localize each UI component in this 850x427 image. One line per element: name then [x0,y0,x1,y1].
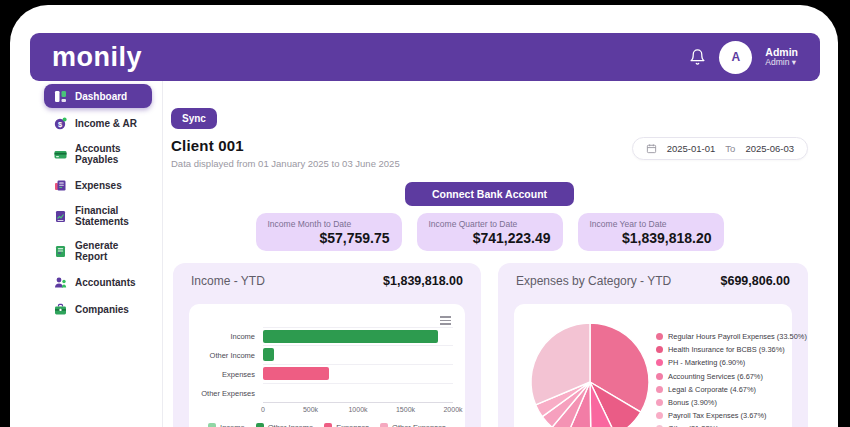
expenses-icon [53,178,67,192]
admin-menu[interactable]: Admin Admin ▾ [765,46,798,68]
legend-dot [656,373,663,380]
bar [263,348,274,361]
top-navigation-bar: monily A Admin Admin ▾ [30,33,820,81]
expenses-by-category-card: Expenses by Category - YTD $699,806.00 R… [498,263,808,427]
sidebar-item-dashboard[interactable]: Dashboard [44,84,152,108]
connect-bank-account-button[interactable]: Connect Bank Account [405,182,574,206]
bar-row: Income [201,327,453,346]
bar-category-label: Other Income [201,346,263,365]
stat-card-income-month: Income Month to Date $57,759.75 [256,213,402,251]
bar-category-label: Other Expenses [201,384,263,403]
pie-legend-item[interactable]: Payroll Tax Expenses (3.67%) [656,409,807,422]
bar [263,367,329,380]
sync-button[interactable]: Sync [171,108,217,129]
legend-dot [656,386,663,393]
sidebar-item-accountants[interactable]: Accountants [44,270,152,294]
generate-report-icon [53,244,67,258]
pie-legend-item[interactable]: Legal & Corporate (4.67%) [656,383,807,396]
income-bar-legend: IncomeOther IncomeExpensesOther Expenses [201,423,453,427]
income-x-axis: 0500k1000k1500k2000k [263,403,453,416]
bar-category-label: Income [201,327,263,346]
app-window: monily A Admin Admin ▾ Dashboard [10,5,838,427]
bar-row: Other Expenses [201,384,453,403]
income-bar-chart: IncomeOther IncomeExpensesOther Expenses… [189,304,465,427]
pie-graphic [528,320,652,427]
expenses-pie-chart: Regular Hours Payroll Expenses (33.50%)H… [514,304,792,427]
page-subtitle: Data displayed from 01 January 2025 to 0… [171,158,400,169]
legend-dot [656,412,663,419]
main-content: Sync Client 001 Data displayed from 01 J… [162,81,838,427]
bar-category-label: Expenses [201,365,263,384]
expenses-chart-title: Expenses by Category - YTD [516,274,671,288]
accounts-payables-icon [53,147,67,161]
calendar-icon [646,143,657,154]
sidebar-item-financial-statements[interactable]: Financial Statements [44,200,152,232]
financial-statements-icon [53,209,67,223]
income-chart-title: Income - YTD [191,274,265,288]
bar-legend-item[interactable]: Other Expenses [380,423,446,427]
chart-menu-icon[interactable] [201,312,453,327]
pie-legend-item[interactable]: Other (31.33%) [656,422,807,427]
x-tick-label: 2000k [443,406,462,413]
legend-chip [324,423,332,427]
expenses-chart-total: $699,806.00 [720,274,790,288]
sidebar: Dashboard $ Income & AR Accounts Payable… [10,81,162,427]
sidebar-item-income-ar[interactable]: $ Income & AR [44,111,152,135]
sidebar-item-expenses[interactable]: Expenses [44,173,152,197]
pie-legend-item[interactable]: Health Insurance for BCBS (9.36%) [656,343,807,356]
x-tick-label: 1500k [396,406,415,413]
companies-icon [53,302,67,316]
notification-bell-icon[interactable] [689,48,706,66]
bar-legend-item[interactable]: Expenses [324,423,369,427]
page-title: Client 001 [171,137,400,154]
stat-card-income-year: Income Year to Date $1,839,818.20 [578,213,724,251]
pie-legend-item[interactable]: Regular Hours Payroll Expenses (33.50%) [656,330,807,343]
bar-row: Expenses [201,365,453,384]
x-tick-label: 500k [303,406,318,413]
accountants-icon [53,275,67,289]
bar-legend-item[interactable]: Other Income [256,423,313,427]
legend-dot [656,399,663,406]
pie-legend: Regular Hours Payroll Expenses (33.50%)H… [656,330,807,427]
sidebar-item-generate-report[interactable]: Generate Report [44,235,152,267]
dashboard-icon [53,89,67,103]
bar-legend-item[interactable]: Income [208,423,245,427]
app-logo: monily [52,42,142,73]
sidebar-item-accounts-payables[interactable]: Accounts Payables [44,138,152,170]
x-tick-label: 0 [261,406,265,413]
avatar[interactable]: A [719,41,752,74]
stat-card-income-quarter: Income Quarter to Date $741,223.49 [417,213,563,251]
legend-chip [380,423,388,427]
pie-legend-item[interactable]: Accounting Services (6.67%) [656,370,807,383]
income-bar-rows: IncomeOther IncomeExpensesOther Expenses [201,327,453,403]
bar-row: Other Income [201,346,453,365]
admin-role-dropdown: Admin ▾ [765,58,798,68]
income-ar-icon: $ [53,116,67,130]
pie-legend-item[interactable]: Bonus (3.90%) [656,396,807,409]
legend-dot [656,333,663,340]
date-range-end: 2025-06-03 [745,143,794,154]
legend-chip [208,423,216,427]
x-tick-label: 1000k [348,406,367,413]
date-range-picker[interactable]: 2025-01-01 To 2025-06-03 [632,137,808,160]
bar [263,330,438,343]
income-ytd-card: Income - YTD $1,839,818.00 IncomeOther I… [173,263,481,427]
legend-dot [656,346,663,353]
date-range-start: 2025-01-01 [667,143,716,154]
stats-row: Income Month to Date $57,759.75 Income Q… [171,213,808,251]
legend-chip [256,423,264,427]
income-chart-total: $1,839,818.00 [383,274,463,288]
date-range-separator: To [725,143,735,154]
pie-legend-item[interactable]: PH - Marketing (6.90%) [656,356,807,369]
sidebar-item-companies[interactable]: Companies [44,297,152,321]
legend-dot [656,359,663,366]
